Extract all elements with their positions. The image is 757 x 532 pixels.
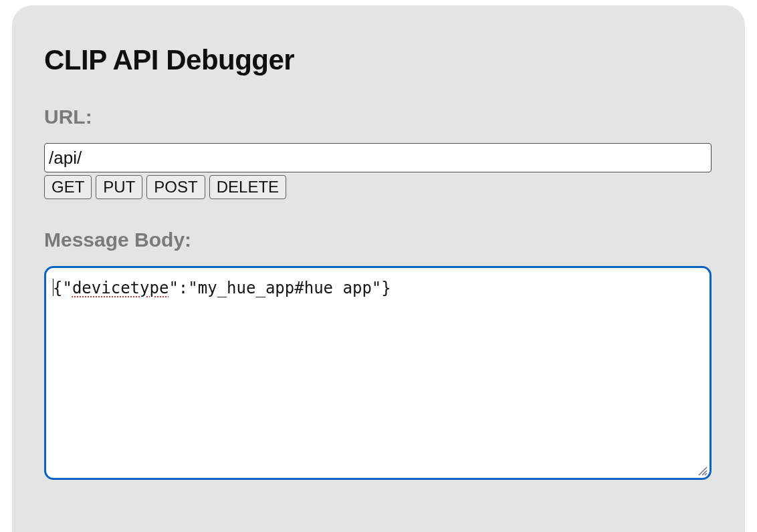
message-body-label: Message Body: (44, 229, 713, 251)
post-button[interactable]: POST (146, 175, 205, 199)
get-button[interactable]: GET (44, 175, 92, 199)
delete-button[interactable]: DELETE (209, 175, 286, 199)
url-input[interactable] (44, 143, 712, 172)
page-title: CLIP API Debugger (44, 44, 713, 76)
message-body-textarea[interactable]: {"devicetype":"my_hue_app#hue app"} (44, 266, 712, 480)
put-button[interactable]: PUT (96, 175, 142, 199)
url-label: URL: (44, 106, 713, 128)
http-method-buttons: GET PUT POST DELETE (44, 175, 713, 199)
debugger-panel: CLIP API Debugger URL: GET PUT POST DELE… (12, 5, 745, 532)
